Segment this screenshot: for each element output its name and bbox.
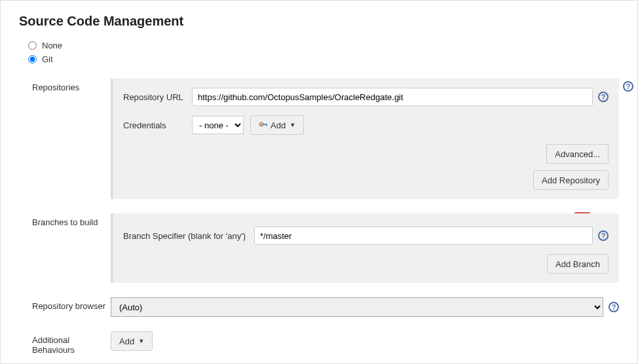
credentials-select[interactable]: - none - — [192, 116, 244, 134]
branch-specifier-label: Branch Specifier (blank for 'any') — [123, 231, 254, 241]
help-icon[interactable]: ? — [598, 230, 609, 241]
add-behaviour-button[interactable]: Add ▼ — [111, 331, 153, 351]
add-repository-button[interactable]: Add Repository — [533, 170, 609, 190]
repository-url-input[interactable] — [192, 88, 593, 106]
branches-panel: Branch Specifier (blank for 'any') ? Add… — [111, 213, 619, 283]
help-icon[interactable]: ? — [609, 302, 619, 312]
key-icon — [259, 120, 268, 130]
section-title: Source Code Management — [19, 14, 619, 29]
scm-none-label[interactable]: None — [42, 41, 62, 50]
repository-url-label: Repository URL — [123, 92, 192, 102]
branches-label: Branches to build — [19, 213, 111, 283]
scm-none-radio[interactable] — [28, 41, 37, 50]
repository-browser-select[interactable]: (Auto) — [111, 297, 603, 317]
add-branch-button[interactable]: Add Branch — [547, 254, 609, 274]
help-icon[interactable]: ? — [598, 92, 609, 102]
repositories-label: Repositories — [19, 79, 111, 199]
chevron-down-icon: ▼ — [138, 338, 144, 344]
credentials-label: Credentials — [123, 120, 192, 130]
advanced-button[interactable]: Advanced... — [546, 144, 609, 164]
branch-specifier-input[interactable] — [254, 227, 593, 245]
svg-rect-2 — [266, 124, 267, 126]
additional-behaviours-label: Additional Behaviours — [19, 331, 111, 355]
scm-git-radio[interactable] — [28, 55, 37, 64]
add-credentials-button[interactable]: Add ▼ — [250, 115, 304, 135]
add-behaviour-label: Add — [119, 337, 134, 346]
scm-git-label[interactable]: Git — [42, 54, 53, 64]
repositories-panel: Repository URL ? Credentials - none - — [111, 79, 619, 199]
add-credentials-label: Add — [271, 120, 286, 130]
repository-browser-label: Repository browser — [19, 297, 111, 317]
help-icon[interactable]: ? — [623, 81, 633, 92]
chevron-down-icon: ▼ — [290, 122, 295, 128]
